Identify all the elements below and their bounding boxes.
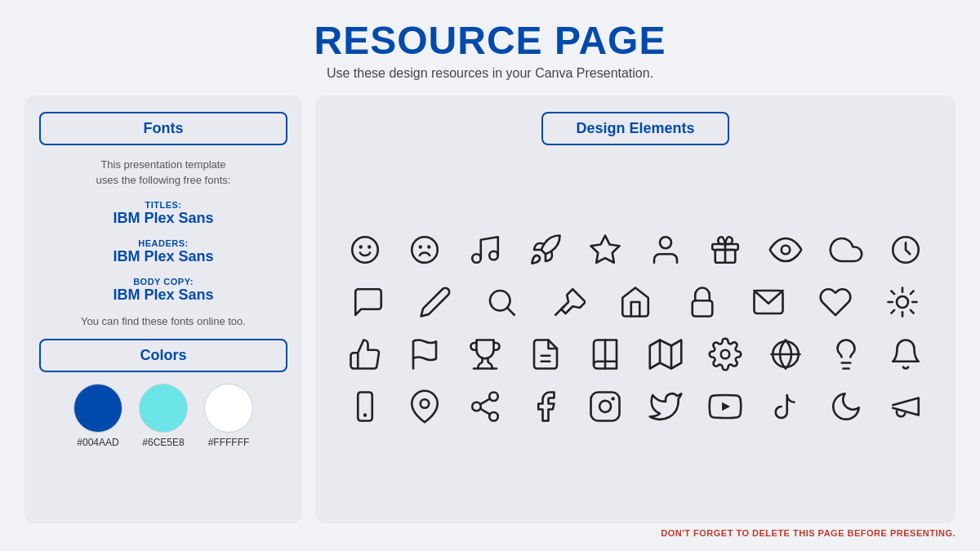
font-name-headers: IBM Plex Sans — [39, 248, 287, 265]
person-icon — [637, 225, 694, 274]
svg-marker-32 — [650, 340, 682, 369]
megaphone-icon — [877, 382, 934, 431]
lock-icon — [674, 278, 731, 327]
color-swatches: #004AAD #6CE5E8 #FFFFFF — [39, 384, 287, 448]
font-name-titles: IBM Plex Sans — [39, 210, 287, 227]
svg-point-41 — [421, 400, 430, 409]
flag-icon — [396, 330, 453, 379]
svg-point-35 — [721, 350, 730, 359]
svg-line-27 — [911, 291, 914, 295]
color-swatch-blue: #004AAD — [74, 384, 122, 448]
sad-icon — [396, 225, 453, 274]
moon-icon — [817, 382, 875, 431]
youtube-icon — [697, 382, 754, 431]
share-icon — [457, 382, 514, 431]
font-label-titles: TITLES: — [39, 200, 287, 210]
eye-icon — [757, 225, 814, 274]
svg-line-15 — [509, 309, 515, 316]
map-pin-icon — [396, 382, 453, 431]
svg-point-19 — [897, 296, 908, 308]
gift-icon — [697, 225, 754, 274]
font-label-headers: HEADERS: — [39, 238, 287, 248]
page-title: RESOURCE PAGE — [314, 20, 666, 63]
svg-marker-49 — [722, 402, 730, 411]
font-name-body: IBM Plex Sans — [39, 287, 287, 304]
svg-point-0 — [352, 238, 378, 264]
color-hex-blue: #004AAD — [77, 437, 118, 448]
svg-line-46 — [480, 399, 490, 405]
book-icon — [577, 330, 634, 379]
svg-point-5 — [429, 247, 430, 248]
svg-line-26 — [891, 310, 894, 313]
sun-icon — [874, 278, 931, 327]
main-content: Fonts This presentation templateuses the… — [24, 96, 956, 523]
phone-icon — [336, 382, 394, 431]
svg-rect-47 — [591, 393, 620, 421]
page-header: RESOURCE PAGE Use these design resources… — [314, 20, 666, 81]
color-swatch-white: #FFFFFF — [204, 384, 253, 448]
svg-point-12 — [782, 246, 791, 255]
thumbsup-icon — [336, 330, 394, 379]
trophy-icon — [457, 330, 514, 379]
smile-icon — [336, 225, 394, 274]
svg-point-14 — [490, 291, 510, 311]
colors-section: Colors #004AAD #6CE5E8 #FFFFFF — [39, 339, 287, 448]
font-item-titles: TITLES: IBM Plex Sans — [39, 200, 287, 227]
instagram-icon — [577, 382, 634, 431]
tiktok-icon — [757, 382, 814, 431]
colors-heading: Colors — [39, 339, 287, 372]
fonts-heading: Fonts — [39, 112, 287, 145]
pencil-icon — [407, 278, 464, 327]
map-icon — [637, 330, 694, 379]
svg-point-4 — [420, 247, 421, 248]
document-icon — [517, 330, 574, 379]
icon-row-3 — [335, 330, 936, 379]
icon-row-2 — [335, 278, 936, 327]
icon-row-1 — [335, 225, 936, 274]
svg-point-1 — [360, 247, 362, 248]
search-icon — [473, 278, 530, 327]
svg-line-22 — [891, 291, 894, 295]
design-elements-heading: Design Elements — [541, 112, 728, 145]
color-swatch-cyan: #6CE5E8 — [139, 384, 188, 448]
facebook-icon — [517, 382, 574, 431]
svg-rect-17 — [692, 301, 712, 317]
fonts-note: You can find these fonts online too. — [39, 315, 287, 327]
font-item-body: BODY COPY: IBM Plex Sans — [39, 277, 287, 304]
pin-icon — [540, 278, 597, 327]
star-icon — [577, 225, 634, 274]
cloud-icon — [817, 225, 875, 274]
fonts-description: This presentation templateuses the follo… — [39, 157, 287, 189]
color-circle-cyan — [139, 384, 188, 433]
svg-marker-8 — [591, 236, 620, 263]
font-label-body: BODY COPY: — [39, 277, 287, 287]
svg-point-7 — [489, 251, 498, 260]
icon-row-4 — [335, 382, 936, 431]
page-subtitle: Use these design resources in your Canva… — [314, 66, 666, 81]
chat-icon — [340, 278, 397, 327]
heart-icon — [807, 278, 864, 327]
bell-icon — [877, 330, 934, 379]
svg-line-45 — [480, 409, 490, 415]
svg-point-42 — [489, 393, 498, 402]
design-elements-grid — [335, 150, 936, 507]
svg-point-3 — [412, 238, 439, 264]
svg-point-9 — [660, 238, 671, 249]
clock-icon — [877, 225, 934, 274]
settings-icon — [697, 330, 754, 379]
music-icon — [457, 225, 514, 274]
color-circle-blue — [74, 384, 122, 433]
color-circle-white — [204, 384, 253, 433]
svg-point-44 — [489, 412, 498, 421]
svg-line-23 — [911, 310, 914, 313]
svg-point-6 — [472, 255, 481, 264]
color-hex-white: #FFFFFF — [208, 437, 250, 448]
right-panel: Design Elements — [315, 96, 956, 523]
twitter-icon — [637, 382, 694, 431]
color-hex-cyan: #6CE5E8 — [142, 437, 184, 448]
rocket-icon — [517, 225, 574, 274]
lightbulb-icon — [817, 330, 875, 379]
left-panel: Fonts This presentation templateuses the… — [24, 96, 302, 523]
envelope-icon — [740, 278, 797, 327]
svg-point-43 — [472, 402, 481, 411]
